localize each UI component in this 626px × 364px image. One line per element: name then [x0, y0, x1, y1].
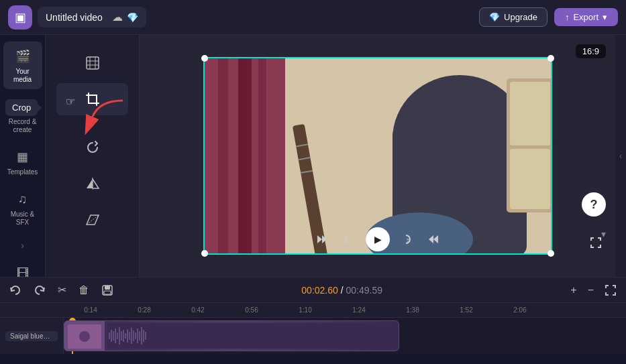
- upgrade-gem-icon: 💎: [489, 12, 500, 22]
- video-frame[interactable]: [203, 57, 552, 255]
- svg-rect-13: [218, 58, 228, 253]
- timeline-area: ✂ 🗑 00:02.60 / 00:49.59 + −: [0, 277, 626, 364]
- resize-icon: [83, 54, 102, 72]
- svg-rect-43: [115, 328, 116, 343]
- svg-rect-56: [141, 327, 142, 345]
- sidebar: 🎬 Your media ⏺ Record &create ▦ Template…: [0, 35, 46, 277]
- svg-rect-52: [133, 330, 134, 341]
- zoom-out-button[interactable]: −: [585, 283, 596, 298]
- svg-text:5: 5: [407, 237, 410, 243]
- svg-rect-40: [109, 332, 110, 339]
- svg-marker-9: [87, 215, 99, 225]
- tool-flip[interactable]: [56, 168, 128, 200]
- timeline-ruler: 0:14 0:28 0:42 0:56 1:10 1:24 1:38 1:52 …: [0, 303, 626, 318]
- svg-marker-31: [433, 235, 438, 243]
- ruler-mark: 2:06: [493, 306, 547, 314]
- save-frame-button[interactable]: [99, 283, 116, 298]
- app-logo: ▣: [8, 5, 32, 29]
- sidebar-item-record-create[interactable]: ⏺ Record &create: [3, 92, 42, 139]
- tool-resize[interactable]: [56, 47, 128, 79]
- tool-skew[interactable]: [56, 204, 128, 236]
- add-track-button[interactable]: +: [568, 283, 579, 298]
- svg-rect-58: [145, 332, 146, 340]
- ruler-mark: 1:10: [278, 306, 332, 314]
- svg-point-38: [79, 331, 90, 342]
- svg-rect-45: [119, 327, 120, 345]
- track-clip[interactable]: [64, 320, 399, 351]
- time-display: 00:02.60 / 00:49.59: [301, 285, 382, 296]
- ruler-mark: 0:28: [117, 306, 171, 314]
- rewind-button[interactable]: 5: [340, 233, 354, 246]
- track-content[interactable]: [64, 318, 626, 354]
- track-row: Saigal blues file 4.mp4: [0, 318, 626, 354]
- canvas-area: 16:9: [140, 35, 615, 277]
- delete-button[interactable]: 🗑: [76, 283, 92, 298]
- ruler-marks: 0:14 0:28 0:42 0:56 1:10 1:24 1:38 1:52 …: [64, 303, 547, 317]
- upgrade-button[interactable]: 💎 Upgrade: [479, 7, 547, 27]
- sidebar-item-label: Music & SFX: [7, 210, 38, 227]
- svg-rect-39: [107, 323, 399, 349]
- right-panel-toggle[interactable]: ‹: [615, 35, 626, 277]
- svg-marker-27: [317, 235, 322, 243]
- svg-rect-53: [135, 332, 136, 339]
- ruler-mark: 1:24: [332, 306, 386, 314]
- svg-rect-49: [127, 329, 128, 343]
- svg-text:5: 5: [345, 237, 348, 243]
- svg-rect-44: [117, 332, 118, 339]
- svg-rect-51: [131, 328, 132, 344]
- play-button[interactable]: ▶: [366, 227, 390, 251]
- svg-rect-42: [113, 331, 114, 341]
- svg-marker-28: [322, 235, 327, 243]
- fullscreen-button[interactable]: [590, 237, 602, 251]
- svg-rect-50: [129, 332, 130, 340]
- crop-icon: [83, 90, 102, 109]
- tool-crop[interactable]: ☞: [56, 83, 128, 115]
- upload-icon: ↑: [565, 12, 570, 22]
- svg-marker-7: [93, 179, 99, 188]
- stock-video-icon: 🎞: [13, 264, 32, 277]
- fit-button[interactable]: [602, 283, 619, 298]
- skip-forward-button[interactable]: [427, 233, 439, 245]
- ruler-mark: 1:38: [386, 306, 439, 314]
- sidebar-item-music-sfx[interactable]: ♫ Music & SFX: [3, 184, 42, 232]
- current-time: 00:02.60: [301, 285, 338, 296]
- play-icon: ▶: [374, 234, 382, 245]
- title-area[interactable]: Untitled video ☁ 💎: [38, 7, 146, 27]
- track-label-area: Saigal blues file 4.mp4: [0, 318, 64, 354]
- your-media-icon: 🎬: [13, 47, 32, 66]
- panel-collapse-button[interactable]: ▾: [601, 229, 606, 239]
- topbar: ▣ Untitled video ☁ 💎 💎 Upgrade ↑ Export …: [0, 0, 626, 35]
- svg-rect-15: [258, 58, 266, 253]
- redo-button[interactable]: [31, 283, 48, 298]
- crop-handle-top-right[interactable]: [547, 55, 554, 62]
- ruler-mark: 0:56: [225, 306, 278, 314]
- cut-button[interactable]: ✂: [55, 282, 69, 298]
- forward-button[interactable]: 5: [402, 233, 415, 246]
- ruler-mark: 1:52: [439, 306, 493, 314]
- svg-rect-26: [510, 149, 550, 209]
- music-sfx-icon: ♫: [13, 190, 32, 208]
- templates-icon: ▦: [13, 147, 32, 166]
- svg-rect-34: [105, 286, 110, 290]
- crop-handle-top-left[interactable]: [201, 55, 208, 62]
- export-button[interactable]: ↑ Export ▾: [554, 8, 618, 26]
- sidebar-item-templates[interactable]: ▦ Templates: [3, 142, 42, 182]
- crop-handle-bottom-right[interactable]: [547, 250, 554, 257]
- tool-rotate[interactable]: [56, 131, 128, 164]
- sidebar-item-stock-video[interactable]: 🎞 Stock video: [3, 259, 42, 277]
- skip-back-button[interactable]: [316, 233, 328, 245]
- topbar-actions: 💎 Upgrade ↑ Export ▾: [479, 7, 618, 27]
- svg-marker-6: [87, 179, 93, 188]
- help-button[interactable]: ?: [582, 192, 606, 217]
- undo-button[interactable]: [7, 283, 24, 298]
- playback-controls: 5 ▶ 5: [316, 227, 439, 251]
- tool-panel: Crop: [46, 35, 140, 277]
- sidebar-expand[interactable]: ›: [15, 235, 30, 256]
- crop-handle-bottom-left[interactable]: [201, 250, 208, 257]
- ruler-mark: 0:42: [171, 306, 225, 314]
- ruler-mark: 0:14: [64, 306, 117, 314]
- sidebar-item-label: Record &create: [9, 118, 37, 134]
- sidebar-item-your-media[interactable]: 🎬 Your media: [3, 42, 42, 89]
- skew-icon: [83, 210, 102, 229]
- aspect-ratio-badge: 16:9: [576, 44, 606, 58]
